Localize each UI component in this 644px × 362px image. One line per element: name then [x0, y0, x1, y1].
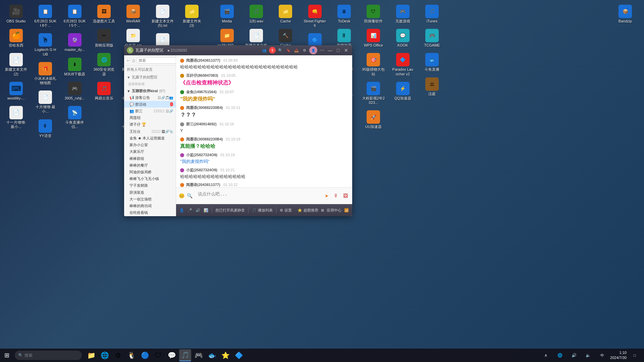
emoji-btn[interactable]: 😊: [179, 192, 184, 200]
taskbar-network[interactable]: 🌐: [554, 349, 566, 361]
mic-label-item[interactable]: 您已打开风麦静音: [215, 208, 245, 213]
taskbar-arrow-up[interactable]: ∧: [540, 349, 552, 361]
taskbar-qq[interactable]: 🐧: [125, 349, 138, 361]
icon-oct-gains[interactable]: 📄 十月增增-最小...: [33, 89, 58, 115]
taskbar-clock[interactable]: 1:10 2024/7/30: [610, 350, 627, 361]
subgroup-bbct[interactable]: 棒棒的餐厅: [124, 162, 176, 169]
taskbar-douyu[interactable]: 🐟: [206, 349, 218, 361]
group-header[interactable]: ▼ 互聊群伙伴kiral (87): [124, 87, 176, 94]
taskbar-360[interactable]: 🛡: [152, 349, 164, 361]
icon-jun28b[interactable]: 📋 6月28日 SUKI 5个...: [62, 3, 88, 29]
icon-netease[interactable]: 🎵 网易云音乐: [91, 80, 117, 102]
icon-sf6[interactable]: 👊 Street Fighter 6: [302, 3, 328, 29]
subgroup-bbfz[interactable]: 棒棒飞小飞无小镇: [124, 176, 176, 182]
icon-itunes[interactable]: 🎵 iTunes: [419, 3, 445, 25]
icon-media[interactable]: 🎬 Media: [214, 3, 240, 25]
icon-winrar[interactable]: 📦 WinRAR: [120, 3, 146, 25]
icon-new-doc5[interactable]: 📄 新建文本文件 (5).txt: [150, 3, 175, 29]
icon-logitech[interactable]: 🖱 Logitech G HUB: [33, 32, 58, 58]
subgroup-dycc[interactable]: 大一创立场馆: [124, 196, 176, 202]
grid-btn[interactable]: ⊞: [321, 208, 324, 213]
icon-qq-speedup[interactable]: ⚡ QQ加速器: [390, 80, 416, 102]
icon-capcut[interactable]: ✂ 剪映应用版: [91, 27, 117, 49]
bookmark-icon[interactable]: 🔖: [285, 47, 292, 54]
subgroup-tz[interactable]: 谭子仔 🏆: [124, 121, 176, 128]
start-button[interactable]: ⊞: [0, 349, 13, 362]
signal-btn[interactable]: 📶: [344, 208, 349, 213]
subgroup-jy[interactable]: 金鱼 ★ 本人运营频道: [124, 135, 176, 141]
sidebar-search-input[interactable]: [136, 57, 176, 64]
taskbar-vol-icon[interactable]: 🔈: [582, 349, 594, 361]
icon-antivirus[interactable]: 🛡 防病毒软件: [361, 3, 386, 25]
search-icon-btn[interactable]: 🔍: [277, 47, 284, 54]
taskbar-settings[interactable]: ⚙: [112, 349, 124, 361]
taskbar-game[interactable]: 🎮: [193, 349, 205, 361]
icon-yy[interactable]: 🎙 YY语音: [33, 118, 58, 139]
subgroup-bbqz[interactable]: 棒棒群组: [124, 155, 176, 162]
taskbar-edge[interactable]: 🌐: [99, 349, 111, 361]
sidebar-back-btn[interactable]: ←: [126, 57, 131, 64]
chat-messages[interactable]: 闻墨语(2043811377) 01:09:59 哈哈哈哈哈哈哈哈哈哈哈哈哈哈哈…: [176, 55, 352, 187]
avatar-bottom[interactable]: 👤: [179, 208, 184, 213]
close-icon[interactable]: ✕: [343, 47, 350, 54]
chat-text-input[interactable]: [195, 189, 321, 202]
icon-kook[interactable]: 💬 KOOK: [390, 27, 416, 49]
taskbar-search[interactable]: 🔍 搜索: [15, 351, 82, 360]
icon-bandzip[interactable]: 📦 Bandzip: [612, 3, 638, 25]
music-btn[interactable]: 🎵 播放列表: [252, 208, 273, 213]
taskbar-chrome[interactable]: 🔵: [139, 349, 151, 361]
icon-cache[interactable]: 📁 Cache: [273, 3, 298, 25]
taskbar-input-method[interactable]: 中: [596, 349, 608, 361]
avatar-icon[interactable]: 👤: [309, 46, 317, 54]
guide-btn[interactable]: ⭐ 超图推荐: [298, 208, 318, 213]
icon-nov-gains[interactable]: 📄 十一月增增-最小...: [3, 105, 29, 130]
room-name-sidebar[interactable]: ▼ 瓦露子的别墅区: [124, 73, 176, 80]
subgroup-zcqz[interactable]: 在吃抢着钱: [124, 209, 176, 216]
image-btn[interactable]: 🖼: [341, 192, 350, 200]
maximize-icon[interactable]: □: [335, 47, 341, 54]
share-icon[interactable]: 📤: [293, 47, 300, 54]
taskbar-file-explorer[interactable]: 📁: [85, 349, 97, 361]
icon-tcgame[interactable]: 🎮 TCGAME: [419, 27, 445, 49]
vol-btn[interactable]: 🔊: [196, 208, 200, 213]
send-icon-btn[interactable]: ➤: [323, 192, 331, 200]
subgroup-ws[interactable]: 王社台 22222 🖼🔗📎: [124, 128, 176, 135]
subgroup-djlt[interactable]: 大家乐厅: [124, 148, 176, 155]
stats-btn[interactable]: 📊: [204, 208, 208, 213]
more-icon[interactable]: ⋯: [319, 47, 325, 54]
icon-wps[interactable]: 📊 WPS Office: [361, 27, 386, 49]
icon-todesk[interactable]: 🖥 ToDesk: [331, 3, 357, 25]
people-icon[interactable]: 👥: [261, 47, 268, 54]
subgroup-3[interactable]: 👥 群三 233321 🖼🔗: [124, 108, 176, 114]
icon-foodie[interactable]: 🍊 尝哈东西: [3, 27, 29, 49]
icon-95pack[interactable]: 🎯 95版猎物大包站: [361, 52, 386, 77]
icon-dafen[interactable]: 🎬 大粉影视2年2023...: [361, 80, 386, 106]
taskbar-sound[interactable]: 🔊: [568, 349, 580, 361]
icon-small-fridge[interactable]: 🎁 小冰冰冰箱礼物地图: [33, 61, 58, 86]
search2-btn[interactable]: 🔍: [186, 192, 192, 200]
icon-m3u8[interactable]: ⬇ M3U8下载器: [62, 56, 88, 78]
subgroup-bbsc[interactable]: 棒棒的商功词: [124, 203, 176, 209]
icon-uu[interactable]: 🚀 UU加速器: [361, 109, 386, 130]
icon-jun28-suki[interactable]: 📋 6月28日 SUKI 8个...: [33, 3, 58, 29]
icon-wootility[interactable]: ⌨ wootility-...: [3, 80, 29, 102]
icon-nov-wav[interactable]: 🎵 1(8).wav: [244, 3, 269, 25]
settings-icon[interactable]: ⚙: [301, 47, 308, 54]
icon-new-doc[interactable]: 📄 新建文本文件 (2): [3, 52, 29, 77]
icon-fish-live[interactable]: 🐟 斗鱼直播: [419, 52, 445, 73]
taskbar-extra2[interactable]: 🔷: [233, 349, 245, 361]
taskbar-qq-music[interactable]: 🎵: [179, 349, 191, 361]
subgroup-cyzz[interactable]: 辞演装造: [124, 189, 176, 196]
icon-img-tools[interactable]: 🖼 迅捷图片工具: [91, 3, 117, 25]
subgroup-adjj[interactable]: 阿迪的饭局桥: [124, 169, 176, 175]
subgroup-zl[interactable]: 周莲绍: [124, 115, 176, 121]
subgroup-active[interactable]: 💬 群活动 !: [124, 101, 176, 108]
icon-3905[interactable]: 🎮 3905_rxhji...: [62, 80, 88, 102]
subgroup-nzfc[interactable]: 宁子发财路: [124, 182, 176, 189]
app-center-btn[interactable]: 应用中心: [327, 208, 341, 213]
icon-master-dy[interactable]: 🔮 master_dy...: [62, 32, 88, 53]
icon-obs-studio[interactable]: 🎥 OBS Studio: [3, 3, 29, 25]
settings-btn-bottom[interactable]: ⚙ 设置: [280, 208, 292, 213]
icon-paradox[interactable]: 🔷 Paradox Launcher v2: [390, 52, 416, 77]
icon-360[interactable]: 🌐 360安全浏览器: [91, 52, 117, 77]
